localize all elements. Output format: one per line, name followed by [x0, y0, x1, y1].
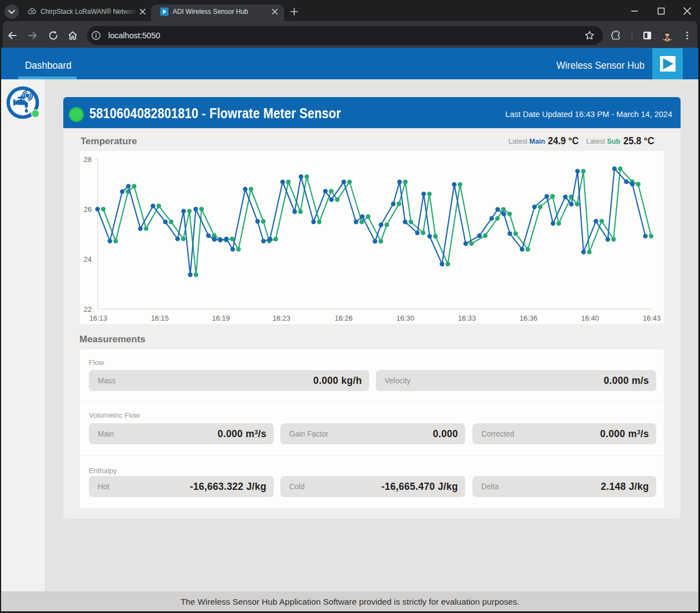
svg-text:16:43: 16:43: [643, 314, 661, 322]
svg-text:16:30: 16:30: [396, 314, 414, 322]
svg-text:22: 22: [84, 305, 92, 313]
svg-text:16:26: 16:26: [335, 314, 352, 322]
svg-text:16:13: 16:13: [89, 314, 107, 322]
svg-text:24: 24: [84, 255, 92, 264]
svg-text:16:40: 16:40: [581, 314, 599, 322]
svg-text:16:33: 16:33: [458, 314, 476, 322]
svg-text:16:23: 16:23: [273, 314, 290, 322]
svg-text:28: 28: [84, 155, 92, 164]
svg-text:16:36: 16:36: [520, 314, 537, 322]
svg-text:16:15: 16:15: [151, 314, 169, 322]
svg-text:16:19: 16:19: [212, 314, 230, 322]
svg-text:26: 26: [84, 205, 92, 214]
